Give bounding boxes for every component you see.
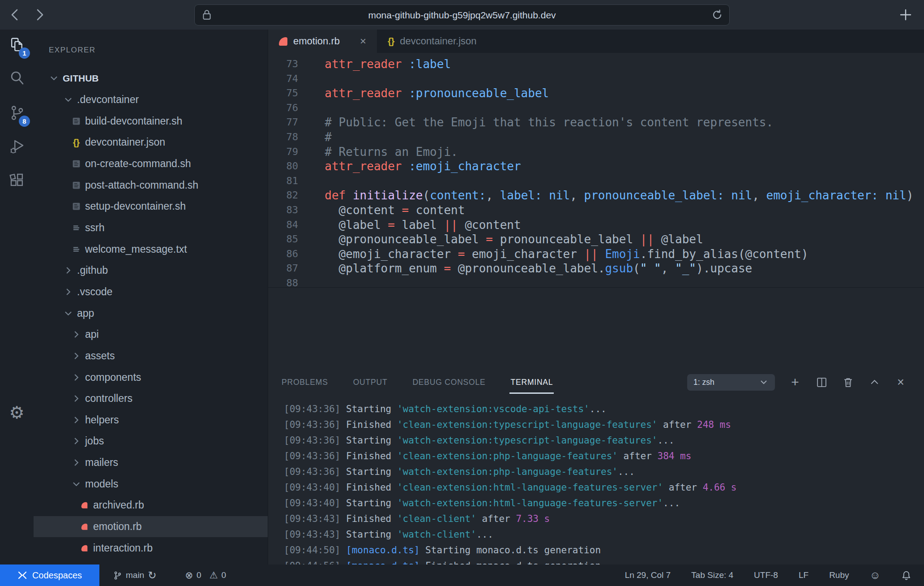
- tree-item-emotion-rb[interactable]: emotion.rb: [34, 516, 268, 538]
- feedback-smiley-icon[interactable]: ☺: [869, 569, 881, 582]
- notifications-bell-button[interactable]: [901, 570, 911, 581]
- tree-item-on-create-command-sh[interactable]: on-create-command.sh: [34, 153, 268, 175]
- status-item-lf[interactable]: LF: [799, 570, 808, 580]
- terminal-shell-dropdown[interactable]: 1: zsh: [687, 374, 775, 391]
- problems-status-item[interactable]: ⊗ 0 ⚠ 0: [185, 570, 226, 581]
- tab-emotion-rb[interactable]: emotion.rb×: [268, 30, 377, 53]
- tree-item--github[interactable]: .github: [34, 260, 268, 281]
- tree-item-app[interactable]: app: [34, 302, 268, 324]
- tree-item-helpers[interactable]: helpers: [34, 409, 268, 431]
- tree-item-label: on-create-command.sh: [85, 158, 191, 170]
- tree-item-label: archived.rb: [93, 499, 144, 511]
- code-line: 73 attr_reader :label: [268, 57, 924, 72]
- tab-devcontainer-json[interactable]: {}devcontainer.json: [377, 30, 488, 53]
- run-debug-icon: [9, 138, 26, 155]
- terminal-line: [09:43:43] Starting 'watch-client'...: [284, 527, 924, 543]
- line-number: 78: [268, 130, 298, 145]
- code-line: 83 @content = content: [268, 203, 924, 218]
- chevron-expanded-icon: [64, 309, 73, 318]
- tree-item-controllers[interactable]: controllers: [34, 388, 268, 409]
- url-text: mona-github-github-g59jpq2w5w7.github.de…: [368, 10, 556, 21]
- tree-item-post-attach-command-sh[interactable]: post-attach-command.sh: [34, 174, 268, 196]
- panel-controls: 1: zsh + ×: [687, 374, 907, 391]
- maximize-panel-button[interactable]: [868, 376, 881, 388]
- run-debug-activity-button[interactable]: [0, 136, 34, 157]
- json-file-icon: {}: [388, 36, 394, 46]
- panel-tab-terminal[interactable]: TERMINAL: [510, 378, 553, 387]
- trash-icon: [843, 377, 854, 388]
- code-editor[interactable]: 73 attr_reader :label7475 attr_reader :p…: [268, 53, 924, 287]
- line-number: 82: [268, 188, 298, 203]
- chevron-collapsed-icon: [72, 373, 81, 382]
- line-number: 84: [268, 218, 298, 233]
- source-control-badge: 8: [19, 116, 30, 127]
- refresh-button[interactable]: [711, 9, 723, 21]
- tree-item-label: api: [85, 328, 99, 340]
- editor-status-items: Ln 29, Col 7Tab Size: 4UTF-8LFRuby: [625, 570, 849, 580]
- status-item-tab-size-4[interactable]: Tab Size: 4: [691, 570, 733, 580]
- panel-tab-problems[interactable]: PROBLEMS: [282, 378, 328, 387]
- line-number: 80: [268, 159, 298, 174]
- text-file-icon: [72, 223, 81, 233]
- tree-item-label: GITHUB: [63, 73, 99, 84]
- panel-tab-output[interactable]: OUTPUT: [353, 378, 388, 387]
- code-line: 88: [268, 276, 924, 287]
- code-text: attr_reader :pronounceable_label: [311, 86, 549, 101]
- tree-item-archived-rb[interactable]: archived.rb: [34, 495, 268, 516]
- browser-toolbar: mona-github-github-g59jpq2w5w7.github.de…: [0, 0, 924, 30]
- json-file-icon: {}: [73, 137, 79, 148]
- status-item-ln-29-col-7[interactable]: Ln 29, Col 7: [625, 570, 671, 580]
- tree-item-components[interactable]: components: [34, 366, 268, 388]
- code-line: 81: [268, 174, 924, 189]
- tree-item-jobs[interactable]: jobs: [34, 431, 268, 452]
- tree-item-setup-devcontainer-sh[interactable]: setup-devcontainer.sh: [34, 196, 268, 217]
- browser-forward-button[interactable]: [32, 7, 47, 22]
- code-text: @label = label || @content: [311, 218, 521, 233]
- new-tab-button[interactable]: [899, 0, 912, 30]
- terminal-line: [09:43:40] Finished 'clean-extension:htm…: [284, 480, 924, 496]
- tree-item-label: helpers: [85, 414, 119, 426]
- close-tab-icon[interactable]: ×: [360, 35, 366, 47]
- tree-item-models[interactable]: models: [34, 473, 268, 495]
- tree-item-welcome-message-txt[interactable]: welcome_message.txt: [34, 238, 268, 260]
- search-activity-button[interactable]: [0, 67, 34, 89]
- codespaces-status-button[interactable]: Codespaces: [0, 564, 99, 586]
- address-bar[interactable]: mona-github-github-g59jpq2w5w7.github.de…: [194, 4, 730, 26]
- browser-back-button[interactable]: [7, 7, 22, 22]
- code-line: 74: [268, 72, 924, 86]
- settings-gear-button[interactable]: ⚙: [0, 402, 34, 423]
- tree-item-interaction-rb[interactable]: interaction.rb: [34, 537, 268, 559]
- sync-icon: ↻: [148, 569, 156, 582]
- tree-item-devcontainer-json[interactable]: {}devcontainer.json: [34, 132, 268, 153]
- sh-icon: [71, 116, 81, 126]
- code-text: #: [311, 130, 332, 145]
- tree-item-assets[interactable]: assets: [34, 345, 268, 367]
- status-item-utf-8[interactable]: UTF-8: [754, 570, 778, 580]
- status-item-ruby[interactable]: Ruby: [829, 570, 849, 580]
- close-panel-button[interactable]: ×: [894, 376, 907, 388]
- tree-item-ssrh[interactable]: ssrh: [34, 217, 268, 239]
- terminal-line: [09:43:36] Starting 'watch-extension:typ…: [284, 433, 924, 448]
- tree-item--devcontainer[interactable]: .devcontainer: [34, 89, 268, 111]
- tree-item-label: welcome_message.txt: [85, 243, 187, 255]
- code-text: # Returns an Emoji.: [311, 145, 458, 159]
- tree-item-label: models: [85, 478, 118, 490]
- branch-label: main: [126, 570, 144, 580]
- tree-item-api[interactable]: api: [34, 324, 268, 345]
- tree-item-github[interactable]: GITHUB: [34, 68, 268, 89]
- kill-terminal-button[interactable]: [842, 376, 854, 388]
- branch-status-item[interactable]: main ↻: [113, 569, 156, 582]
- split-terminal-button[interactable]: [815, 376, 828, 388]
- panel-tab-debug-console[interactable]: DEBUG CONSOLE: [412, 378, 485, 387]
- terminal-output[interactable]: [09:43:36] Starting 'watch-extension:vsc…: [268, 397, 924, 574]
- line-number: 86: [268, 247, 298, 262]
- tree-item--vscode[interactable]: .vscode: [34, 281, 268, 303]
- tree-item-build-devcontainer-sh[interactable]: build-devcontainer.sh: [34, 110, 268, 132]
- extensions-activity-button[interactable]: [0, 169, 34, 191]
- terminal-line: [09:43:36] Finished 'clean-extension:php…: [284, 448, 924, 464]
- tree-item-label: mailers: [85, 457, 118, 469]
- ruby-icon: [79, 522, 89, 532]
- tree-item-mailers[interactable]: mailers: [34, 452, 268, 474]
- line-number: 73: [268, 57, 298, 72]
- new-terminal-button[interactable]: +: [789, 376, 801, 388]
